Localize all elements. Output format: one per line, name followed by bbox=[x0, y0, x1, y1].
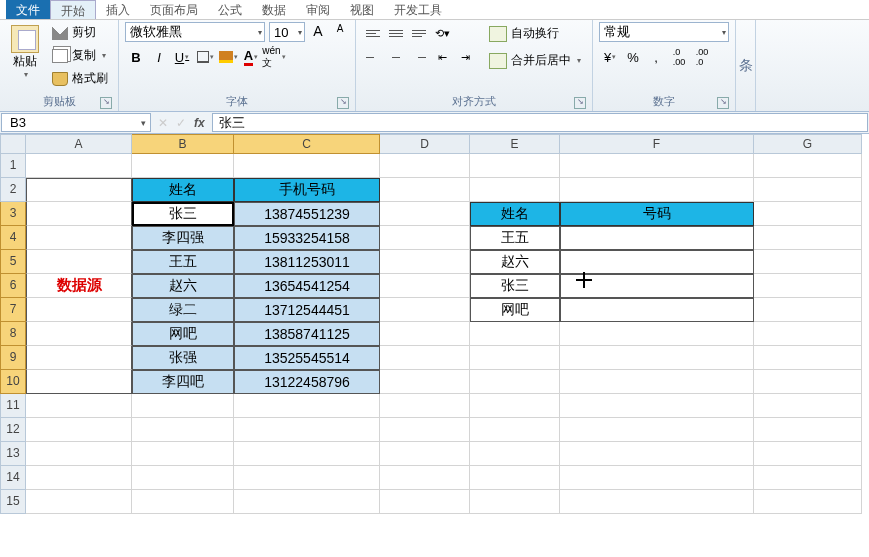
cell-D8[interactable] bbox=[380, 322, 470, 346]
phonetic-button[interactable]: wén文 bbox=[263, 46, 285, 68]
tab-formulas[interactable]: 公式 bbox=[208, 0, 252, 19]
row-header-1[interactable]: 1 bbox=[0, 154, 26, 178]
align-middle-button[interactable] bbox=[385, 22, 407, 44]
font-size-combo[interactable]: 10▾ bbox=[269, 22, 305, 42]
cell-A7[interactable] bbox=[26, 298, 132, 322]
decrease-decimal-button[interactable]: .00.0 bbox=[691, 46, 713, 68]
cell-D10[interactable] bbox=[380, 370, 470, 394]
cell-G7[interactable] bbox=[754, 298, 862, 322]
cell-C12[interactable] bbox=[234, 418, 380, 442]
cell-G14[interactable] bbox=[754, 466, 862, 490]
cell-B8[interactable]: 网吧 bbox=[132, 322, 234, 346]
cell-D5[interactable] bbox=[380, 250, 470, 274]
cell-E15[interactable] bbox=[470, 490, 560, 514]
border-button[interactable] bbox=[194, 46, 216, 68]
cell-A3[interactable] bbox=[26, 202, 132, 226]
cell-C7[interactable]: 13712544451 bbox=[234, 298, 380, 322]
col-header-F[interactable]: F bbox=[560, 134, 754, 154]
cell-F5[interactable] bbox=[560, 250, 754, 274]
cell-F7[interactable] bbox=[560, 298, 754, 322]
cell-B13[interactable] bbox=[132, 442, 234, 466]
cell-E10[interactable] bbox=[470, 370, 560, 394]
comma-button[interactable]: , bbox=[645, 46, 667, 68]
cell-C6[interactable]: 13654541254 bbox=[234, 274, 380, 298]
cut-button[interactable]: 剪切 bbox=[48, 22, 112, 43]
increase-font-button[interactable]: A bbox=[309, 22, 327, 40]
cell-B12[interactable] bbox=[132, 418, 234, 442]
paste-dropdown-icon[interactable]: ▾ bbox=[24, 70, 28, 79]
cell-E9[interactable] bbox=[470, 346, 560, 370]
merge-center-button[interactable]: 合并后居中▾ bbox=[484, 49, 586, 72]
fill-color-button[interactable] bbox=[217, 46, 239, 68]
cell-B11[interactable] bbox=[132, 394, 234, 418]
cell-C1[interactable] bbox=[234, 154, 380, 178]
cell-E12[interactable] bbox=[470, 418, 560, 442]
row-header-14[interactable]: 14 bbox=[0, 466, 26, 490]
cell-C9[interactable]: 13525545514 bbox=[234, 346, 380, 370]
cell-D13[interactable] bbox=[380, 442, 470, 466]
decrease-font-button[interactable]: A bbox=[331, 22, 349, 40]
format-painter-button[interactable]: 格式刷 bbox=[48, 68, 112, 89]
align-dialog-icon[interactable]: ↘ bbox=[574, 97, 586, 109]
cell-F10[interactable] bbox=[560, 370, 754, 394]
name-box[interactable]: B3▾ bbox=[1, 113, 151, 132]
font-dialog-icon[interactable]: ↘ bbox=[337, 97, 349, 109]
cell-E8[interactable] bbox=[470, 322, 560, 346]
row-header-8[interactable]: 8 bbox=[0, 322, 26, 346]
cell-B2[interactable]: 姓名 bbox=[132, 178, 234, 202]
cell-C2[interactable]: 手机号码 bbox=[234, 178, 380, 202]
cell-D9[interactable] bbox=[380, 346, 470, 370]
tab-file[interactable]: 文件 bbox=[6, 0, 50, 19]
cell-B9[interactable]: 张强 bbox=[132, 346, 234, 370]
col-header-A[interactable]: A bbox=[26, 134, 132, 154]
align-bottom-button[interactable] bbox=[408, 22, 430, 44]
cell-E1[interactable] bbox=[470, 154, 560, 178]
row-header-6[interactable]: 6 bbox=[0, 274, 26, 298]
align-left-button[interactable] bbox=[362, 46, 384, 68]
cell-G3[interactable] bbox=[754, 202, 862, 226]
row-header-9[interactable]: 9 bbox=[0, 346, 26, 370]
cell-A13[interactable] bbox=[26, 442, 132, 466]
cell-E11[interactable] bbox=[470, 394, 560, 418]
cell-C3[interactable]: 13874551239 bbox=[234, 202, 380, 226]
font-name-combo[interactable]: 微软雅黑▾ bbox=[125, 22, 265, 42]
tab-review[interactable]: 审阅 bbox=[296, 0, 340, 19]
cell-A4[interactable] bbox=[26, 226, 132, 250]
row-header-11[interactable]: 11 bbox=[0, 394, 26, 418]
cell-A11[interactable] bbox=[26, 394, 132, 418]
paste-button[interactable]: 粘贴 ▾ bbox=[6, 22, 44, 89]
cell-A2[interactable] bbox=[26, 178, 132, 202]
row-header-13[interactable]: 13 bbox=[0, 442, 26, 466]
cell-E13[interactable] bbox=[470, 442, 560, 466]
accounting-button[interactable]: ¥ bbox=[599, 46, 621, 68]
cell-F14[interactable] bbox=[560, 466, 754, 490]
cell-B7[interactable]: 绿二 bbox=[132, 298, 234, 322]
italic-button[interactable]: I bbox=[148, 46, 170, 68]
cell-E3[interactable]: 姓名 bbox=[470, 202, 560, 226]
row-header-2[interactable]: 2 bbox=[0, 178, 26, 202]
tab-dev[interactable]: 开发工具 bbox=[384, 0, 452, 19]
cell-F6[interactable] bbox=[560, 274, 754, 298]
copy-button[interactable]: 复制▾ bbox=[48, 45, 112, 66]
cell-B10[interactable]: 李四吧 bbox=[132, 370, 234, 394]
decrease-indent-button[interactable]: ⇤ bbox=[431, 46, 453, 68]
tab-layout[interactable]: 页面布局 bbox=[140, 0, 208, 19]
align-top-button[interactable] bbox=[362, 22, 384, 44]
formula-input[interactable]: 张三 bbox=[212, 113, 868, 132]
row-header-15[interactable]: 15 bbox=[0, 490, 26, 514]
cell-D4[interactable] bbox=[380, 226, 470, 250]
cell-D3[interactable] bbox=[380, 202, 470, 226]
cell-C14[interactable] bbox=[234, 466, 380, 490]
cell-G13[interactable] bbox=[754, 442, 862, 466]
cell-G15[interactable] bbox=[754, 490, 862, 514]
cell-F9[interactable] bbox=[560, 346, 754, 370]
row-header-4[interactable]: 4 bbox=[0, 226, 26, 250]
cell-A9[interactable] bbox=[26, 346, 132, 370]
percent-button[interactable]: % bbox=[622, 46, 644, 68]
cell-C13[interactable] bbox=[234, 442, 380, 466]
number-dialog-icon[interactable]: ↘ bbox=[717, 97, 729, 109]
cell-E5[interactable]: 赵六 bbox=[470, 250, 560, 274]
cell-A10[interactable] bbox=[26, 370, 132, 394]
cell-F11[interactable] bbox=[560, 394, 754, 418]
cell-A12[interactable] bbox=[26, 418, 132, 442]
